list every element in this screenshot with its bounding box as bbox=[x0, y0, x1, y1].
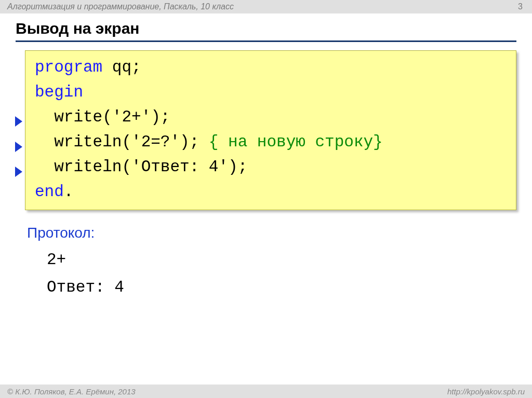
code-box: program qq; begin write('2+'); writeln('… bbox=[25, 50, 516, 210]
code-comment: { на новую строку} bbox=[209, 133, 383, 151]
slide-title: Вывод на экран bbox=[16, 20, 516, 42]
footer: © К.Ю. Поляков, Е.А. Ерёмин, 2013 http:/… bbox=[0, 385, 532, 398]
bullet-icon bbox=[15, 116, 22, 127]
code-keyword: program bbox=[35, 58, 102, 76]
slide: Алгоритмизация и программирование, Паска… bbox=[0, 0, 532, 398]
code-area: program qq; begin write('2+'); writeln('… bbox=[16, 50, 516, 210]
code-line: end. bbox=[35, 180, 507, 204]
bullet-icon bbox=[15, 167, 22, 177]
protocol-label: Протокол: bbox=[27, 225, 516, 241]
header-breadcrumb: Алгоритмизация и программирование, Паска… bbox=[7, 2, 234, 11]
output-line: Ответ: 4 bbox=[47, 274, 516, 301]
code-text: qq; bbox=[102, 58, 141, 76]
code-text: writeln('2=?'); bbox=[35, 133, 209, 151]
code-line: program qq; bbox=[35, 55, 507, 80]
code-keyword: begin bbox=[35, 83, 83, 101]
bullet-icon bbox=[15, 142, 22, 152]
code-keyword: end bbox=[35, 183, 64, 201]
code-text: . bbox=[64, 183, 74, 201]
protocol-output: 2+ Ответ: 4 bbox=[47, 246, 516, 301]
footer-url: http://kpolyakov.spb.ru bbox=[447, 387, 525, 396]
code-line: writeln('2=?'); { на новую строку} bbox=[35, 130, 507, 155]
page-number: 3 bbox=[518, 2, 523, 11]
code-line: begin bbox=[35, 80, 507, 105]
footer-copyright: © К.Ю. Поляков, Е.А. Ерёмин, 2013 bbox=[7, 387, 136, 396]
header-strip: Алгоритмизация и программирование, Паска… bbox=[0, 0, 532, 13]
title-block: Вывод на экран bbox=[0, 13, 532, 45]
protocol-block: Протокол: 2+ Ответ: 4 bbox=[27, 225, 516, 301]
code-line: writeln('Ответ: 4'); bbox=[35, 155, 507, 180]
output-line: 2+ bbox=[47, 246, 516, 274]
code-line: write('2+'); bbox=[35, 105, 507, 130]
